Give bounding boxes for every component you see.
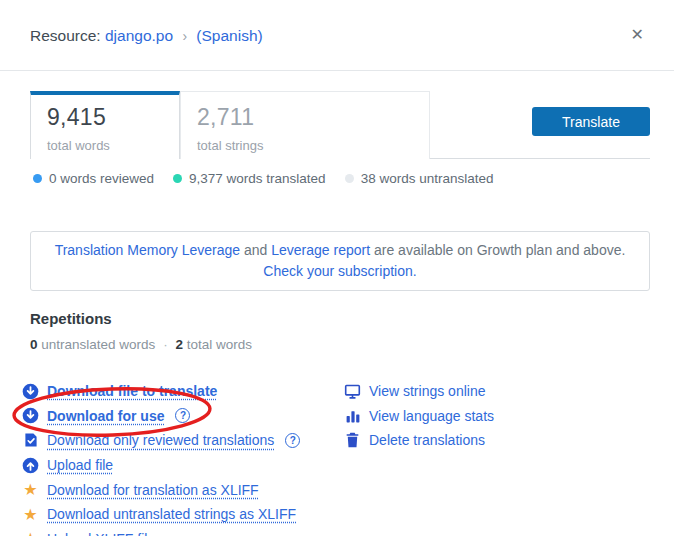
close-icon[interactable]: ✕ (629, 25, 646, 45)
upload-circle-icon (22, 457, 39, 474)
star-icon: ★ (22, 530, 39, 536)
download-circle-icon (22, 407, 39, 424)
action-label[interactable]: Download for use (47, 408, 164, 424)
download-untranslated-xliff-link[interactable]: ★ Download untranslated strings as XLIFF (22, 502, 344, 527)
document-check-icon (22, 432, 39, 449)
stats-separator: · (159, 337, 172, 352)
chevron-right-icon: › (177, 28, 192, 44)
untranslated-count: 0 (30, 337, 38, 352)
language-link[interactable]: (Spanish) (196, 27, 262, 44)
check-subscription-link[interactable]: Check your subscription. (263, 263, 416, 279)
modal-content: 9,415 total words 2,711 total strings Tr… (0, 91, 674, 536)
download-for-use-link[interactable]: Download for use ? (22, 404, 344, 429)
repetitions-title: Repetitions (30, 310, 650, 327)
actions-left-column: Download file to translate Download for … (22, 379, 344, 536)
help-icon[interactable]: ? (175, 408, 190, 423)
star-icon: ★ (22, 506, 39, 523)
legend-translated: 9,377 words translated (173, 171, 326, 186)
actions-right-column: View strings online View language stats … (344, 379, 644, 536)
leverage-report-link[interactable]: Leverage report (271, 242, 370, 258)
resource-label: Resource: (30, 27, 101, 44)
modal-header: Resource: django.po › (Spanish) ✕ (0, 0, 674, 45)
actions-section: Download file to translate Download for … (22, 379, 650, 536)
legend-reviewed: 0 words reviewed (33, 171, 154, 186)
notice-and-text: and (240, 242, 271, 258)
total-strings-label: total strings (197, 138, 413, 153)
action-label[interactable]: Delete translations (369, 432, 485, 448)
download-translation-xliff-link[interactable]: ★ Download for translation as XLIFF (22, 477, 344, 502)
total-count: 2 (175, 337, 183, 352)
delete-translations-link[interactable]: Delete translations (344, 428, 644, 453)
resource-modal: Resource: django.po › (Spanish) ✕ 9,415 … (0, 0, 674, 536)
action-label[interactable]: Download file to translate (47, 383, 217, 399)
total-strings-value: 2,711 (197, 104, 413, 131)
reviewed-dot-icon (33, 174, 42, 183)
plan-notice-line2: Check your subscription. (41, 261, 639, 282)
tab-total-words[interactable]: 9,415 total words (30, 91, 180, 159)
monitor-icon (344, 383, 361, 400)
tab-total-strings[interactable]: 2,711 total strings (180, 91, 430, 159)
total-words-label: total words (47, 138, 163, 153)
untranslated-dot-icon (345, 174, 354, 183)
bar-chart-icon (344, 407, 361, 424)
action-label[interactable]: Download for translation as XLIFF (47, 482, 259, 498)
untranslated-label: untranslated words (41, 337, 155, 352)
trash-icon (344, 432, 361, 449)
resource-link[interactable]: django.po (105, 27, 173, 44)
legend-translated-label: 9,377 words translated (189, 171, 326, 186)
upload-xliff-link[interactable]: ★ Upload XLIFF file (22, 527, 344, 536)
notice-rest-text: are available on Growth plan and above. (370, 242, 625, 258)
star-icon: ★ (22, 481, 39, 498)
plan-notice: Translation Memory Leverage and Leverage… (30, 231, 650, 291)
view-strings-online-link[interactable]: View strings online (344, 379, 644, 404)
total-label: total words (187, 337, 252, 352)
plan-notice-line1: Translation Memory Leverage and Leverage… (41, 240, 639, 261)
legend-untranslated-label: 38 words untranslated (361, 171, 494, 186)
words-legend: 0 words reviewed 9,377 words translated … (30, 171, 650, 186)
total-words-value: 9,415 (47, 104, 163, 131)
legend-reviewed-label: 0 words reviewed (49, 171, 154, 186)
download-reviewed-translations-link[interactable]: Download only reviewed translations ? (22, 428, 344, 453)
stats-tabstrip: 9,415 total words 2,711 total strings Tr… (30, 91, 650, 159)
upload-file-link[interactable]: Upload file (22, 453, 344, 478)
legend-untranslated: 38 words untranslated (345, 171, 494, 186)
repetitions-stats: 0 untranslated words · 2 total words (30, 337, 650, 352)
view-language-stats-link[interactable]: View language stats (344, 404, 644, 429)
action-label[interactable]: Upload XLIFF file (47, 531, 155, 536)
tm-leverage-link[interactable]: Translation Memory Leverage (55, 242, 240, 258)
action-label[interactable]: View language stats (369, 408, 494, 424)
action-label[interactable]: Upload file (47, 457, 113, 473)
header-divider (0, 70, 674, 71)
action-label[interactable]: Download only reviewed translations (47, 432, 274, 448)
translated-dot-icon (173, 174, 182, 183)
translate-button[interactable]: Translate (532, 107, 650, 136)
action-label[interactable]: Download untranslated strings as XLIFF (47, 506, 296, 522)
download-file-to-translate-link[interactable]: Download file to translate (22, 379, 344, 404)
download-circle-icon (22, 383, 39, 400)
page-title: Resource: django.po › (Spanish) (30, 27, 263, 45)
help-icon[interactable]: ? (285, 433, 300, 448)
action-label[interactable]: View strings online (369, 383, 485, 399)
